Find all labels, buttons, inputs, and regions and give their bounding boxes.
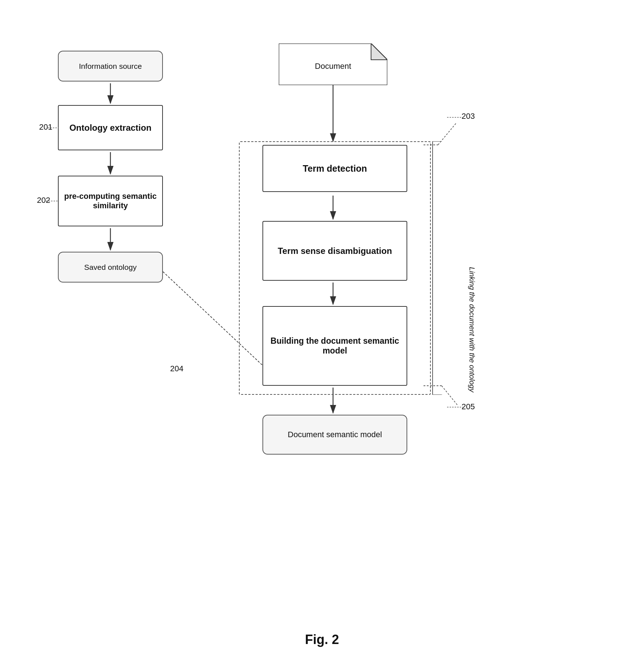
ontology-extraction-box: Ontology extraction xyxy=(58,105,163,150)
information-source-box: Information source xyxy=(58,51,163,81)
svg-text:Document: Document xyxy=(315,62,351,71)
svg-line-11 xyxy=(438,123,456,145)
building-document-box: Building the document semantic model xyxy=(262,306,407,386)
figure-caption: Fig. 2 xyxy=(0,632,644,647)
term-detection-box: Term detection xyxy=(262,145,407,192)
svg-line-13 xyxy=(442,386,458,406)
label-203: 203 xyxy=(462,112,475,121)
label-201: 201 xyxy=(39,122,52,132)
document-semantic-box: Document semantic model xyxy=(262,415,407,455)
term-sense-box: Term sense disambiguation xyxy=(262,221,407,281)
sideways-label: Linking the document with the ontology xyxy=(468,257,476,402)
label-205: 205 xyxy=(462,402,475,411)
saved-ontology-box: Saved ontology xyxy=(58,252,163,283)
diagram-container: Information source Ontology extraction p… xyxy=(29,22,615,619)
svg-marker-17 xyxy=(371,43,387,60)
label-204: 204 xyxy=(170,364,184,373)
label-202: 202 xyxy=(37,196,50,205)
pre-computing-box: pre-computing semantic similarity xyxy=(58,176,163,226)
document-box: Document xyxy=(279,43,387,85)
